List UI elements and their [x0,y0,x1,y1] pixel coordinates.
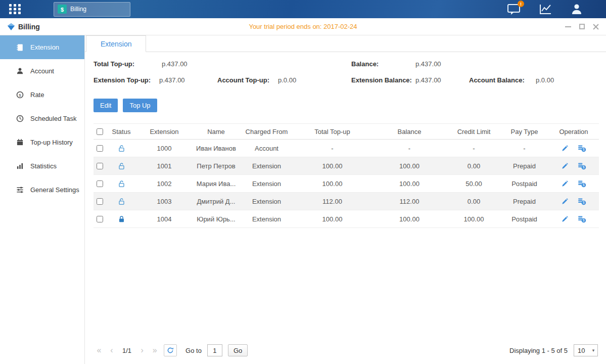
column-header-name: Name [192,128,240,135]
unlock-icon [118,180,125,188]
coins-icon: $ [578,162,586,170]
table-row: 1003 Дмитрий Д... Extension 112.00 112.0… [94,193,599,210]
edit-row-button[interactable] [561,162,569,170]
lock-icon [118,215,125,223]
select-row-checkbox[interactable] [97,145,103,152]
svg-text:$: $ [583,218,585,222]
pencil-icon [561,198,569,205]
total-topup-value: p.437.00 [162,60,188,68]
pay-type: Prepaid [500,198,548,205]
select-all-checkbox[interactable] [97,128,103,135]
account-balance-label: Account Balance: [469,76,525,84]
total-topup: 112.00 [293,198,371,205]
goto-page-input[interactable] [207,344,222,356]
sidebar-item-label: Statistics [30,162,57,170]
page-size-select[interactable]: 10 ▾ [574,344,598,356]
page-size-value: 10 [574,347,589,354]
edit-row-button[interactable] [561,215,569,223]
top-up-row-button[interactable]: $ [578,180,586,188]
balance: 100.00 [371,162,447,170]
top-up-row-button[interactable]: $ [578,145,586,152]
sidebar-item-rate[interactable]: $ Rate [0,83,84,107]
maximize-button[interactable] [579,24,585,29]
sidebar-item-general-settings[interactable]: General Settings [0,178,84,202]
sidebar-item-label: Account [30,67,54,75]
top-up-button[interactable]: Top Up [123,99,157,112]
sliders-icon [16,186,24,194]
select-row-checkbox[interactable] [97,216,103,222]
bar-chart-icon [16,162,24,170]
total-topup: - [293,145,371,152]
edit-button[interactable]: Edit [94,99,118,112]
total-topup: 100.00 [293,215,371,223]
charged-from: Extension [240,215,293,223]
sidebar-item-scheduled-task[interactable]: Scheduled Task [0,107,84,130]
sidebar-item-account[interactable]: Account [0,59,84,83]
close-button[interactable] [593,24,599,30]
refresh-button[interactable] [164,344,177,356]
last-page-button[interactable]: » [151,346,158,354]
extension-name: Юрий Юрь... [192,215,240,223]
edit-row-button[interactable] [561,180,569,188]
total-topup-label: Total Top-up: [94,60,134,68]
coins-icon: $ [578,215,586,223]
edit-row-button[interactable] [561,145,569,152]
total-topup: 100.00 [293,180,371,188]
statistics-chart-icon[interactable] [539,3,552,15]
apps-grid-button[interactable] [0,0,29,18]
sidebar-item-extension[interactable]: Extension [0,35,84,59]
window-titlebar: Billing Your trial period ends on: 2017-… [0,18,606,35]
tab-extension[interactable]: Extension [86,35,146,52]
minimize-button[interactable] [565,26,571,27]
coins-icon: $ [578,180,586,188]
select-row-checkbox[interactable] [97,198,103,205]
lock-status-icon [118,197,125,205]
credit-limit: 50.00 [447,180,500,188]
sidebar-item-label: General Settings [30,186,79,194]
column-header-balance: Balance [371,128,447,135]
credit-limit: 0.00 [447,162,500,170]
balance: 112.00 [371,198,447,205]
displaying-text: Displaying 1 - 5 of 5 [509,347,568,354]
taskbar-tab-billing[interactable]: $ Billing [54,2,130,17]
select-row-checkbox[interactable] [97,180,103,187]
refresh-icon [167,347,174,354]
window-controls [565,24,599,30]
prev-page-button[interactable]: ‹ [108,346,115,354]
total-topup: 100.00 [293,162,371,170]
app-body: Extension Account $ Rate [0,35,606,364]
pencil-icon [561,162,569,170]
top-up-row-button[interactable]: $ [578,198,586,205]
rate-coin-icon: $ [16,91,24,99]
svg-text:$: $ [19,93,21,98]
go-button[interactable]: Go [228,344,248,356]
apps-grid-icon [9,4,21,15]
next-page-button[interactable]: › [138,346,146,354]
sidebar-item-label: Rate [30,91,44,99]
top-taskbar: $ Billing ! [0,0,606,18]
user-account-icon[interactable] [571,3,583,15]
extension-topup-value: p.437.00 [159,76,185,84]
sidebar-item-topup-history[interactable]: Top-up History [0,130,84,154]
titlebar-left: Billing [7,23,40,31]
main-content: Extension Total Top-up: p.437.00 Balance… [85,35,606,364]
page-indicator: 1/1 [122,347,131,354]
extension-name: Иван Иванов [192,145,240,152]
extension-balance-label: Extension Balance: [351,76,412,84]
account-topup-value: p.0.00 [278,76,296,84]
edit-row-button[interactable] [561,198,569,205]
select-row-checkbox[interactable] [97,163,103,169]
top-up-row-button[interactable]: $ [578,162,586,170]
svg-text:$: $ [583,183,585,187]
svg-text:$: $ [583,148,585,151]
unlock-icon [118,162,125,170]
svg-text:$: $ [583,165,585,169]
svg-text:$: $ [61,7,64,13]
unlock-icon [118,145,125,152]
top-up-row-button[interactable]: $ [578,215,586,223]
extension-name: Петр Петров [192,162,240,170]
credit-limit: 100.00 [447,215,500,223]
notifications-chat-icon[interactable]: ! [507,3,521,15]
sidebar-item-statistics[interactable]: Statistics [0,154,84,178]
first-page-button[interactable]: « [96,346,103,354]
